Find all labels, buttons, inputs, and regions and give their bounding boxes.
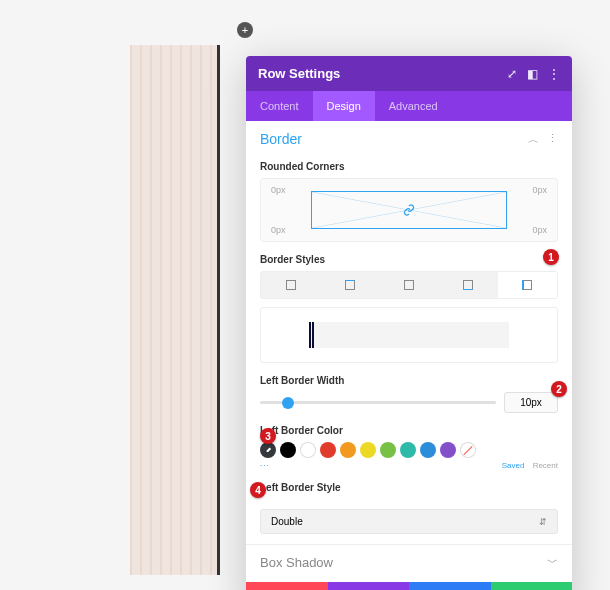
- undo-button[interactable]: ↶: [328, 582, 410, 590]
- color-sub-links: ··· Saved Recent: [260, 461, 558, 470]
- left-border-style-label: Left Border Style: [260, 482, 558, 493]
- width-slider[interactable]: [260, 401, 496, 404]
- modal-title: Row Settings: [258, 66, 340, 81]
- left-border-style-value: Double: [271, 516, 303, 527]
- left-border-style-select[interactable]: Double ⇵: [260, 509, 558, 534]
- box-shadow-section-header[interactable]: Box Shadow ﹀: [246, 544, 572, 582]
- border-side-left[interactable]: [498, 272, 557, 298]
- border-side-bottom[interactable]: [439, 272, 498, 298]
- border-preview-inner: [309, 322, 509, 348]
- swatch-yellow[interactable]: [360, 442, 376, 458]
- more-colors-link[interactable]: ···: [260, 461, 270, 470]
- swatch-blue[interactable]: [420, 442, 436, 458]
- border-side-all[interactable]: [261, 272, 320, 298]
- swatch-green[interactable]: [380, 442, 396, 458]
- modal-footer: ✕ ↶ ↷ ✓: [246, 582, 572, 590]
- border-side-top[interactable]: [320, 272, 379, 298]
- swatch-teal[interactable]: [400, 442, 416, 458]
- border-side-right[interactable]: [379, 272, 438, 298]
- redo-button[interactable]: ↷: [409, 582, 491, 590]
- cancel-button[interactable]: ✕: [246, 582, 328, 590]
- color-swatches: [260, 442, 558, 458]
- tab-design[interactable]: Design: [313, 91, 375, 121]
- select-caret-icon: ⇵: [539, 517, 547, 527]
- rounded-corners-control[interactable]: 0px 0px 0px 0px: [260, 178, 558, 242]
- left-border-color-label: Left Border Color: [260, 425, 558, 436]
- border-side-selector: [260, 271, 558, 299]
- annotation-marker-2: 2: [551, 381, 567, 397]
- row-settings-modal: Row Settings ⤢ ◧ ⋮ Content Design Advanc…: [246, 56, 572, 590]
- settings-tabs: Content Design Advanced: [246, 91, 572, 121]
- border-section-header[interactable]: Border ︿ ⋮: [246, 121, 572, 153]
- tab-advanced[interactable]: Advanced: [375, 91, 452, 121]
- eyedropper-button[interactable]: [260, 442, 276, 458]
- border-section-title: Border: [260, 131, 302, 147]
- annotation-marker-1: 1: [543, 249, 559, 265]
- swatch-black[interactable]: [280, 442, 296, 458]
- left-border-width-label: Left Border Width: [260, 375, 558, 386]
- eyedropper-icon: [264, 446, 273, 455]
- swatch-orange[interactable]: [340, 442, 356, 458]
- corner-tl[interactable]: 0px: [271, 185, 286, 195]
- swatch-white[interactable]: [300, 442, 316, 458]
- tab-content[interactable]: Content: [246, 91, 313, 121]
- corner-br[interactable]: 0px: [532, 225, 547, 235]
- chevron-down-icon: ﹀: [547, 555, 558, 570]
- page-background-pattern: [130, 45, 220, 575]
- link-icon: [403, 204, 415, 216]
- swatch-purple[interactable]: [440, 442, 456, 458]
- width-slider-thumb[interactable]: [282, 397, 294, 409]
- corner-tr[interactable]: 0px: [532, 185, 547, 195]
- saved-colors-link[interactable]: Saved: [502, 461, 525, 470]
- corner-bl[interactable]: 0px: [271, 225, 286, 235]
- collapse-icon[interactable]: ︿: [528, 132, 539, 147]
- more-icon[interactable]: ⋮: [548, 67, 560, 81]
- border-preview: [260, 307, 558, 363]
- modal-header-actions: ⤢ ◧ ⋮: [507, 67, 560, 81]
- expand-icon[interactable]: ⤢: [507, 67, 517, 81]
- annotation-marker-4: 4: [250, 482, 266, 498]
- swatch-none[interactable]: [460, 442, 476, 458]
- recent-colors-link[interactable]: Recent: [533, 461, 558, 470]
- box-shadow-title: Box Shadow: [260, 555, 333, 570]
- rounded-corners-label: Rounded Corners: [260, 161, 558, 172]
- duplicate-icon[interactable]: ◧: [527, 67, 538, 81]
- link-corners-toggle[interactable]: [311, 191, 507, 229]
- modal-header[interactable]: Row Settings ⤢ ◧ ⋮: [246, 56, 572, 91]
- swatch-red[interactable]: [320, 442, 336, 458]
- left-border-width-control: 10px: [260, 392, 558, 413]
- save-button[interactable]: ✓: [491, 582, 573, 590]
- annotation-marker-3: 3: [260, 428, 276, 444]
- width-input[interactable]: 10px: [504, 392, 558, 413]
- section-more-icon[interactable]: ⋮: [547, 132, 558, 147]
- add-section-button[interactable]: +: [237, 22, 253, 38]
- border-styles-label: Border Styles: [260, 254, 558, 265]
